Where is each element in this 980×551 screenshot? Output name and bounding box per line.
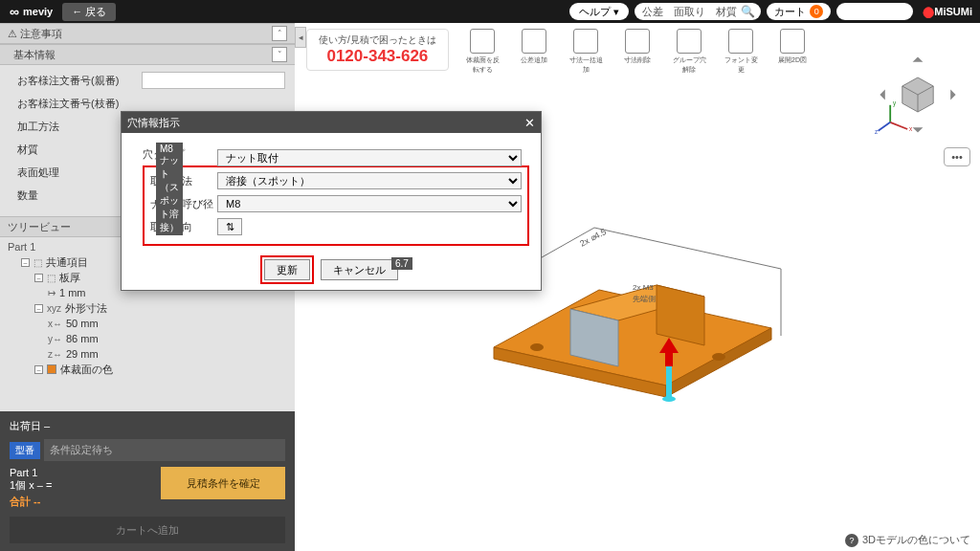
order-no1-label: お客様注文番号(親番) (17, 74, 142, 88)
nut-size-select[interactable]: M8 (217, 195, 522, 212)
help-icon: ? (845, 534, 858, 547)
svg-marker-0 (913, 56, 924, 61)
search-placeholder: 公差 面取り 材質 (642, 5, 737, 19)
dialog-highlight-box: ナット取付 取付方法 溶接（スポット） ナット呼び径 M8 取付方向 ⇅ (143, 165, 529, 246)
tree-dim-y[interactable]: y↔86 mm (48, 331, 295, 346)
svg-line-8 (879, 122, 891, 131)
tool-del-dim[interactable]: 寸法削除 (618, 29, 657, 80)
svg-text:y: y (893, 99, 897, 107)
tree-dims[interactable]: –xyz外形寸法 (34, 300, 295, 316)
footer-help-link[interactable]: ?3Dモデルの色について (845, 533, 970, 547)
tree-color[interactable]: –体裁面の色 (34, 362, 295, 377)
ship-date: 出荷日 – (10, 419, 285, 433)
confirm-quote-button[interactable]: 見積条件を確定 (161, 467, 285, 499)
svg-point-19 (712, 353, 725, 361)
mount-method-select[interactable]: 溶接（スポット） (217, 172, 522, 189)
logo-text: meviy (23, 6, 53, 17)
back-button[interactable]: ← 戻る (62, 3, 116, 21)
svg-text:先端側: 先端側 (633, 295, 656, 303)
search-icon: 🔍 (741, 5, 755, 18)
add-to-cart-button[interactable]: カートへ追加 (10, 517, 285, 543)
quote-panel: 出荷日 – 型番 条件設定待ち 見積条件を確定 Part 1 1個 x – = … (0, 411, 295, 551)
mount-dir-button[interactable]: ⇅ (217, 218, 242, 235)
order-no1-input[interactable] (142, 72, 285, 89)
dialog-cancel-button[interactable]: キャンセル (321, 259, 398, 280)
order-no2-label: お客様注文番号(枝番) (17, 97, 142, 111)
account-menu[interactable] (836, 3, 913, 20)
panel-caution[interactable]: ⚠ 注意事項 ˄ (0, 23, 295, 44)
panel-basic[interactable]: 基本情報 ˅ (0, 44, 295, 65)
hole-info-dialog: 穴情報指示 ✕ M8 ナット（スポット溶接） (121, 111, 542, 291)
tool-tolerance[interactable]: 公差追加 (515, 29, 553, 80)
search-box[interactable]: 公差 面取り 材質 🔍 (635, 3, 761, 20)
tool-flip-face[interactable]: 体裁面を反転する (463, 29, 501, 80)
svg-point-18 (530, 343, 544, 351)
cart-button[interactable]: カート 0 (767, 3, 831, 20)
toolbar: 体裁面を反転する 公差追加 寸法一括追加 寸法削除 グループ穴解除 フォント変更… (463, 29, 812, 80)
svg-point-21 (662, 396, 676, 402)
hole-type-select[interactable]: ナット取付 (217, 149, 522, 166)
collapse-icon[interactable]: ˅ (272, 47, 287, 62)
svg-text:x: x (909, 125, 913, 132)
sidebar-collapse-tab[interactable]: ◂ (295, 27, 306, 48)
collapse-icon[interactable]: ˄ (272, 26, 287, 41)
svg-line-24 (594, 228, 781, 269)
svg-marker-1 (913, 127, 924, 132)
model-badge: 型番 (10, 442, 40, 459)
svg-text:2x ⌀4.5: 2x ⌀4.5 (578, 227, 608, 249)
meviy-logo: ∞ meviy (0, 4, 62, 19)
svg-text:2x M3: 2x M3 (633, 283, 654, 292)
drawing-label: M8 ナット（スポット溶接） (156, 143, 183, 235)
tool-2d-unfold[interactable]: 展開2D図 (773, 29, 812, 80)
misumi-brand: ⬤MiSUMi (923, 3, 972, 20)
tool-bulk-dim[interactable]: 寸法一括追加 (567, 29, 605, 80)
dialog-update-button[interactable]: 更新 (264, 259, 310, 280)
app-header: ∞ meviy ← 戻る ヘルプ ▾ 公差 面取り 材質 🔍 カート 0 ⬤Mi… (0, 0, 980, 23)
condition-box[interactable]: 条件設定待ち (44, 439, 285, 461)
svg-line-7 (890, 122, 907, 129)
support-phone: 使い方/見積で困ったときは 0120-343-626 (306, 29, 449, 71)
logo-mark: ∞ (10, 4, 19, 19)
help-menu[interactable]: ヘルプ ▾ (569, 3, 629, 20)
svg-marker-3 (950, 90, 955, 100)
dialog-close-icon[interactable]: ✕ (524, 116, 535, 130)
tree-dim-x[interactable]: x↔50 mm (48, 316, 295, 331)
svg-rect-20 (666, 364, 672, 397)
tool-font[interactable]: フォント変更 (722, 29, 760, 80)
more-actions-button[interactable]: ••• (944, 147, 970, 166)
dialog-titlebar[interactable]: 穴情報指示 ✕ (122, 112, 541, 133)
tool-group-hole[interactable]: グループ穴解除 (670, 29, 708, 80)
cart-count: 0 (810, 5, 823, 18)
svg-marker-2 (880, 90, 884, 100)
tree-dim-z[interactable]: z↔29 mm (48, 346, 295, 362)
svg-text:z: z (875, 128, 878, 135)
drawing-dim-67: 6.7 (391, 257, 412, 270)
view-cube[interactable]: y x z (875, 52, 961, 138)
